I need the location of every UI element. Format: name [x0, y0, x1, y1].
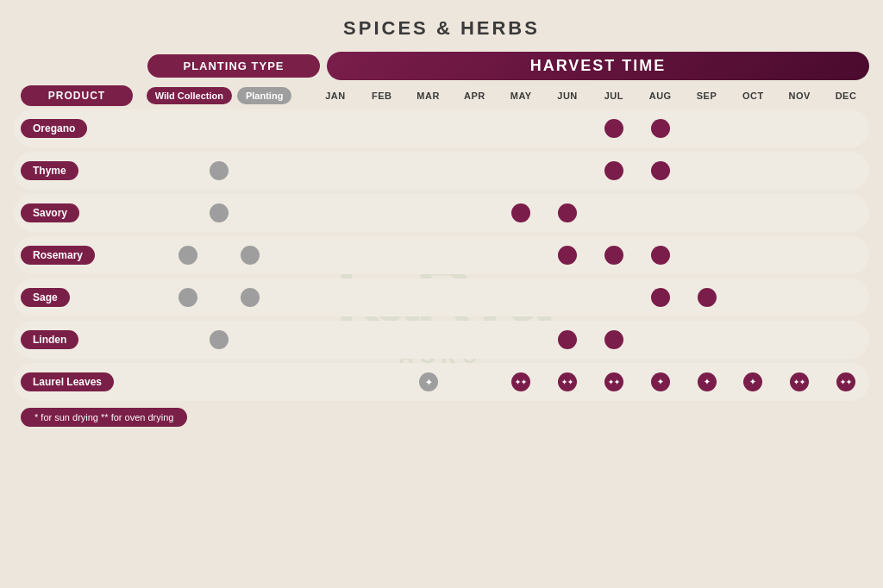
cell [544, 288, 591, 307]
harvest-dot-oven: ✦✦ [790, 372, 809, 391]
cell [451, 246, 498, 265]
month-sep: SEP [684, 91, 730, 101]
cell [637, 288, 684, 307]
cell: ✦ [637, 372, 684, 391]
cell [776, 288, 823, 307]
cell [405, 203, 452, 222]
harvest-dot-purple [604, 246, 623, 265]
cell [591, 119, 637, 138]
cell [823, 119, 869, 138]
cell [359, 330, 405, 349]
wild-collection-dot [210, 161, 229, 180]
harvest-dot-oven: ✦ [698, 372, 717, 391]
cell [405, 288, 452, 307]
month-may: MAY [498, 91, 544, 101]
cell [312, 203, 359, 222]
harvest-dot-purple [651, 288, 670, 307]
cell [498, 330, 544, 349]
row-planting-linden [133, 330, 305, 349]
cell [776, 119, 823, 138]
harvest-dot-sun: ✦✦ [558, 372, 577, 391]
page-title: SPICES & HERBS [343, 17, 540, 39]
header-labels: PLANTING TYPE HARVEST TIME [14, 52, 869, 80]
cell [591, 246, 637, 265]
cell [637, 119, 684, 138]
cell [684, 330, 730, 349]
cell [823, 203, 869, 222]
cell [637, 330, 684, 349]
cell [591, 288, 637, 307]
cell [823, 246, 869, 265]
wild-collection-dot [178, 246, 197, 265]
cell [637, 161, 684, 180]
row-planting-thyme [133, 161, 305, 180]
cell: ✦✦ [591, 372, 637, 391]
main-container: kaRya AGRO SPICES & HERBS PLANTING TYPE … [0, 0, 883, 588]
cell [312, 288, 359, 307]
harvest-dot-purple [651, 119, 670, 138]
product-label: PRODUCT [21, 85, 133, 106]
cell [359, 246, 405, 265]
harvest-dot-oven: ✦ [743, 372, 762, 391]
cell [312, 119, 359, 138]
row-months-rosemary [312, 246, 869, 265]
row-product-rosemary: Rosemary [14, 246, 133, 265]
footer-legend: * for sun drying ** for oven drying [21, 408, 187, 427]
wild-collection-dot [178, 288, 197, 307]
cell [730, 288, 776, 307]
harvest-time-header: HARVEST TIME [327, 52, 869, 80]
harvest-dot-purple [651, 161, 670, 180]
cell [776, 330, 823, 349]
harvest-dot-purple [558, 246, 577, 265]
cell [591, 161, 637, 180]
row-months-linden [312, 330, 869, 349]
cell [312, 372, 359, 391]
cell [451, 288, 498, 307]
cell [730, 161, 776, 180]
planting-pill: Planting [237, 87, 291, 104]
cell [730, 246, 776, 265]
harvest-dot-purple [604, 119, 623, 138]
table-row: Oregano [14, 109, 869, 147]
month-dec: DEC [823, 91, 869, 101]
month-mar: MAR [405, 91, 452, 101]
cell [498, 119, 544, 138]
title-row: SPICES & HERBS [14, 17, 869, 40]
cell [591, 330, 637, 349]
cell: ✦ [730, 372, 776, 391]
cell [359, 161, 405, 180]
cell: ✦✦ [776, 372, 823, 391]
month-nov: NOV [776, 91, 823, 101]
cell [405, 161, 452, 180]
cell [359, 372, 405, 391]
cell [405, 246, 452, 265]
subheader-row: PRODUCT Wild Collection Planting JAN FEB… [14, 85, 869, 106]
cell [405, 119, 452, 138]
cell [498, 203, 544, 222]
month-jul: JUL [591, 91, 637, 101]
cell [498, 246, 544, 265]
cell [730, 203, 776, 222]
product-name: Savory [21, 203, 79, 222]
product-name: Sage [21, 288, 70, 307]
harvest-dot-oven: ✦✦ [836, 372, 855, 391]
cell [637, 246, 684, 265]
cell [776, 246, 823, 265]
cell [544, 119, 591, 138]
cell [823, 161, 869, 180]
month-jun: JUN [544, 91, 591, 101]
cell [544, 203, 591, 222]
cell [498, 161, 544, 180]
cell [498, 288, 544, 307]
product-name: Linden [21, 330, 78, 349]
wild-collection-pill: Wild Collection [147, 87, 232, 104]
cell: ✦ [684, 372, 730, 391]
planting-type-header: PLANTING TYPE [147, 54, 320, 78]
row-planting-sage [133, 288, 305, 307]
table-row: Sage [14, 278, 869, 316]
cell [312, 161, 359, 180]
row-planting-rosemary [133, 246, 305, 265]
harvest-dot-purple [651, 246, 670, 265]
table-row: Laurel Leaves ✦ ✦✦ ✦✦ ✦✦ ✦ ✦ ✦ ✦✦ [14, 363, 869, 401]
cell [359, 119, 405, 138]
